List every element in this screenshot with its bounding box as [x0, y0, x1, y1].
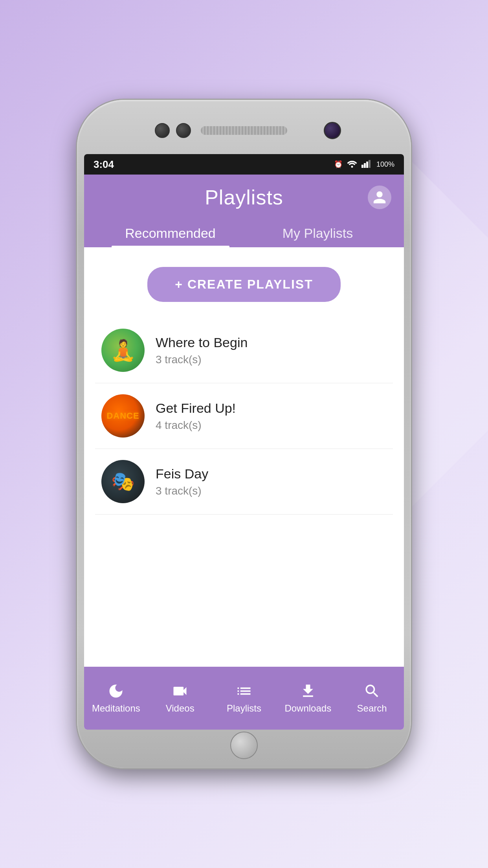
wifi-icon [347, 159, 358, 170]
battery-icon: 100% [376, 160, 394, 169]
alarm-icon: ⏰ [334, 160, 343, 169]
tab-my-playlists[interactable]: My Playlists [244, 217, 391, 247]
svg-rect-2 [364, 163, 366, 168]
svg-point-0 [351, 166, 353, 167]
top-bezel [84, 107, 404, 154]
create-playlist-button[interactable]: + CREATE PLAYLIST [147, 267, 340, 302]
videos-label: Videos [166, 703, 194, 714]
playlist-name-2: Get Fired Up! [156, 401, 387, 416]
search-icon [363, 682, 381, 700]
playlist-thumbnail-2: DANCE [101, 394, 145, 438]
app-header: Playlists Recommended My Playlists [84, 175, 404, 247]
playlist-thumbnail-3 [101, 460, 145, 503]
playlist-tracks-1: 3 track(s) [156, 353, 387, 366]
playlist-list: Where to Begin 3 track(s) DANCE Get Fire… [84, 318, 404, 667]
speaker-grille [201, 126, 287, 135]
thumb-dance-label: DANCE [106, 411, 139, 421]
create-button-wrapper: + CREATE PLAYLIST [84, 247, 404, 318]
videos-icon [171, 682, 189, 700]
playlist-tracks-3: 3 track(s) [156, 485, 387, 497]
meditations-label: Meditations [92, 703, 140, 714]
playlist-info-2: Get Fired Up! 4 track(s) [156, 401, 387, 432]
playlist-name-3: Feis Day [156, 466, 387, 482]
playlist-name-1: Where to Begin [156, 335, 387, 350]
status-icons: ⏰ 100% [334, 159, 394, 170]
nav-item-downloads[interactable]: Downloads [281, 682, 336, 714]
signal-icon [361, 159, 372, 170]
create-playlist-label: + CREATE PLAYLIST [175, 277, 313, 292]
bottom-bezel [84, 730, 404, 761]
playlist-item[interactable]: DANCE Get Fired Up! 4 track(s) [95, 383, 393, 449]
main-content: + CREATE PLAYLIST Where to Begin 3 track… [84, 247, 404, 667]
camera-dots [155, 123, 191, 138]
tab-recommended[interactable]: Recommended [97, 217, 244, 247]
bottom-nav: Meditations Videos Playlists Downloads [84, 667, 404, 730]
playlist-item[interactable]: Feis Day 3 track(s) [95, 449, 393, 515]
downloads-icon [299, 682, 317, 700]
playlist-item[interactable]: Where to Begin 3 track(s) [95, 318, 393, 383]
downloads-label: Downloads [284, 703, 331, 714]
playlists-label: Playlists [227, 703, 261, 714]
nav-item-videos[interactable]: Videos [152, 682, 207, 714]
svg-rect-3 [366, 162, 368, 168]
camera-dot-2 [176, 123, 191, 138]
playlists-icon [235, 682, 253, 700]
nav-item-playlists[interactable]: Playlists [216, 682, 272, 714]
search-label: Search [357, 703, 387, 714]
svg-rect-1 [361, 165, 363, 168]
meditations-icon [107, 682, 125, 700]
page-title: Playlists [205, 186, 283, 209]
status-bar: 3:04 ⏰ [84, 154, 404, 175]
profile-button[interactable] [368, 186, 391, 209]
profile-icon [372, 190, 387, 205]
status-time: 3:04 [94, 158, 114, 171]
playlist-info-1: Where to Begin 3 track(s) [156, 335, 387, 366]
playlist-info-3: Feis Day 3 track(s) [156, 466, 387, 497]
header-top: Playlists [97, 186, 391, 217]
nav-item-meditations[interactable]: Meditations [88, 682, 143, 714]
tabs-container: Recommended My Playlists [97, 217, 391, 247]
svg-rect-4 [369, 160, 371, 168]
playlist-thumbnail-1 [101, 329, 145, 372]
camera-dot-1 [155, 123, 170, 138]
playlist-tracks-2: 4 track(s) [156, 419, 387, 432]
nav-item-search[interactable]: Search [345, 682, 400, 714]
front-camera [324, 122, 341, 139]
home-button[interactable] [230, 732, 258, 759]
phone-shell: 3:04 ⏰ [77, 100, 411, 768]
phone-screen: 3:04 ⏰ [84, 154, 404, 730]
